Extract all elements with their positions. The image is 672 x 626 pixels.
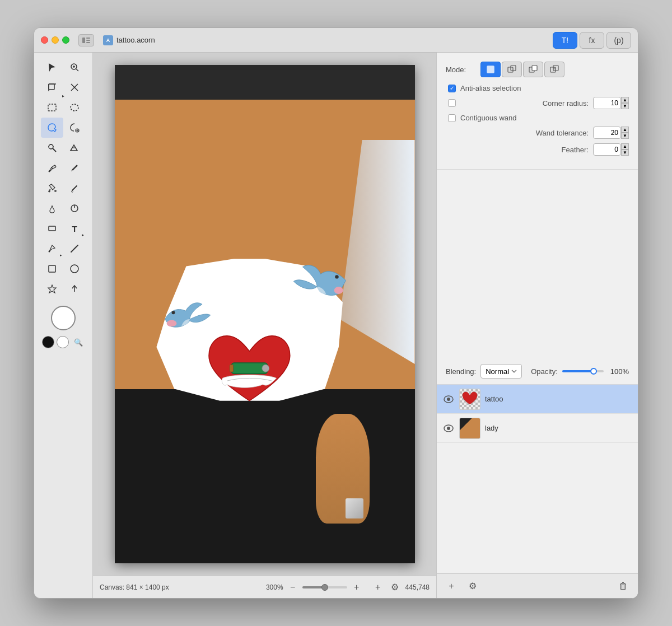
sidebar-toggle-button[interactable] xyxy=(78,34,94,46)
rect-shape-tool[interactable] xyxy=(41,218,63,239)
zoom-small-tool[interactable]: 🔍 xyxy=(72,336,85,348)
corner-radius-up[interactable]: ▲ xyxy=(621,97,629,103)
right-panel: Mode: xyxy=(436,53,638,598)
title-bar: A tattoo.acorn T! fx (p) xyxy=(34,28,638,53)
svg-point-36 xyxy=(171,311,175,314)
zoom-tool-tb[interactable] xyxy=(63,57,86,77)
add-layer-button[interactable]: + xyxy=(372,581,384,594)
wand-tolerance-input[interactable]: 20 xyxy=(593,127,621,139)
right-panel-top: Mode: xyxy=(437,53,638,170)
add-layer-bottom-button[interactable]: + xyxy=(444,578,459,594)
corner-radius-row: Corner radius: 10 ▲ ▼ xyxy=(446,97,629,109)
ellipse-draw-tool[interactable] xyxy=(63,259,86,279)
canvas-image[interactable] xyxy=(115,65,415,563)
layer-lady-visibility[interactable] xyxy=(442,422,455,435)
layer-tattoo-visibility[interactable] xyxy=(442,393,455,405)
contiguous-wand-checkbox[interactable] xyxy=(448,114,456,122)
magnetic-lasso-tool[interactable] xyxy=(63,118,86,138)
layer-tattoo[interactable]: tattoo xyxy=(437,385,638,414)
delete-layer-button[interactable]: 🗑 xyxy=(615,578,631,594)
sharpen-tool[interactable] xyxy=(63,198,86,218)
fx-panel-button[interactable]: fx xyxy=(580,32,604,49)
mode-subtract-button[interactable] xyxy=(523,62,543,77)
pencil-tool[interactable] xyxy=(63,158,86,178)
title-bar-tools: T! fx (p) xyxy=(553,32,631,49)
background-color[interactable] xyxy=(57,336,69,348)
svg-marker-33 xyxy=(48,285,56,293)
arrow-draw-tool[interactable] xyxy=(63,279,86,299)
svg-line-30 xyxy=(71,245,78,252)
anti-alias-checkbox[interactable] xyxy=(448,85,456,92)
p-panel-button[interactable]: (p) xyxy=(606,32,631,49)
svg-rect-13 xyxy=(48,104,56,111)
transform-tool[interactable] xyxy=(63,77,86,97)
corner-radius-down[interactable]: ▼ xyxy=(621,103,629,109)
minimize-button[interactable] xyxy=(52,36,59,44)
color-preview[interactable] xyxy=(51,306,76,330)
layer-tattoo-name: tattoo xyxy=(485,395,632,403)
mode-label: Mode: xyxy=(446,66,474,74)
paint-bucket-tool[interactable] xyxy=(41,178,63,198)
bottom-bar: + ⚙ 🗑 xyxy=(437,573,638,598)
mode-replace-button[interactable] xyxy=(480,62,501,77)
settings-button[interactable]: ⚙ xyxy=(389,581,401,594)
arrow-tool[interactable] xyxy=(41,57,63,77)
mode-intersect-button[interactable] xyxy=(544,62,564,77)
wand-tolerance-down[interactable]: ▼ xyxy=(621,133,629,139)
gear-button[interactable]: ⚙ xyxy=(465,578,480,594)
close-button[interactable] xyxy=(41,36,48,44)
mode-add-button[interactable] xyxy=(502,62,522,77)
left-toolbar: ▸ xyxy=(34,53,93,598)
corner-radius-label: Corner radius: xyxy=(460,99,589,108)
pen-tool[interactable]: ▸ xyxy=(41,239,63,259)
opacity-slider[interactable] xyxy=(562,370,604,372)
zoom-out-button[interactable]: − xyxy=(287,581,299,594)
corner-radius-checkbox[interactable] xyxy=(448,99,456,107)
svg-point-35 xyxy=(166,320,176,326)
pixel-count: 445,748 xyxy=(405,583,430,591)
svg-line-18 xyxy=(53,148,56,152)
line-tool[interactable] xyxy=(63,239,86,259)
zoom-level: 300% xyxy=(266,583,283,591)
file-title: A tattoo.acorn xyxy=(103,35,155,45)
ellipse-select-tool[interactable] xyxy=(63,97,86,118)
layers-section: tattoo lady xyxy=(437,385,638,573)
feather-input-group: 0 ▲ ▼ xyxy=(593,143,629,156)
foreground-color[interactable] xyxy=(42,336,54,348)
feather-up[interactable]: ▲ xyxy=(621,143,629,150)
svg-rect-42 xyxy=(487,66,494,73)
crop-tool[interactable]: ▸ xyxy=(41,77,63,97)
magic-eraser-tool[interactable] xyxy=(63,138,86,158)
zoom-in-button[interactable]: + xyxy=(351,581,363,594)
layer-tattoo-thumbnail xyxy=(459,389,480,410)
contiguous-wand-row: Contiguous wand xyxy=(446,114,629,122)
blending-label: Blending: xyxy=(446,367,476,376)
canvas-area[interactable]: Canvas: 841 × 1400 px 300% − + + ⚙ 445,7… xyxy=(93,53,436,598)
feather-input[interactable]: 0 xyxy=(593,143,621,156)
magic-wand-tool[interactable] xyxy=(41,138,63,158)
eyedropper-tool[interactable] xyxy=(41,158,63,178)
burn-dodge-tool[interactable] xyxy=(41,198,63,218)
status-bar: Canvas: 841 × 1400 px 300% − + + ⚙ 445,7… xyxy=(93,576,436,598)
svg-rect-49 xyxy=(553,67,556,69)
wand-tolerance-up[interactable]: ▲ xyxy=(621,127,629,133)
feather-down[interactable]: ▼ xyxy=(621,150,629,156)
zoom-slider[interactable] xyxy=(302,586,347,588)
svg-rect-31 xyxy=(49,265,55,272)
blending-mode-select[interactable]: Normal xyxy=(480,364,522,379)
svg-rect-2 xyxy=(86,40,90,41)
rectangle-draw-tool[interactable] xyxy=(41,259,63,279)
opacity-value: 100% xyxy=(610,367,629,376)
maximize-button[interactable] xyxy=(62,36,69,44)
svg-point-37 xyxy=(334,287,343,294)
rect-select-tool[interactable] xyxy=(41,97,63,118)
layer-lady[interactable]: lady xyxy=(437,414,638,443)
brush-tool[interactable] xyxy=(63,178,86,198)
corner-radius-input[interactable]: 10 xyxy=(593,97,621,109)
svg-line-5 xyxy=(76,69,78,71)
text-tool[interactable]: T ▸ xyxy=(63,218,86,239)
lasso-select-tool[interactable] xyxy=(41,118,63,138)
tools-panel-button[interactable]: T! xyxy=(553,32,577,49)
star-tool[interactable] xyxy=(41,279,63,299)
svg-point-25 xyxy=(54,190,57,192)
